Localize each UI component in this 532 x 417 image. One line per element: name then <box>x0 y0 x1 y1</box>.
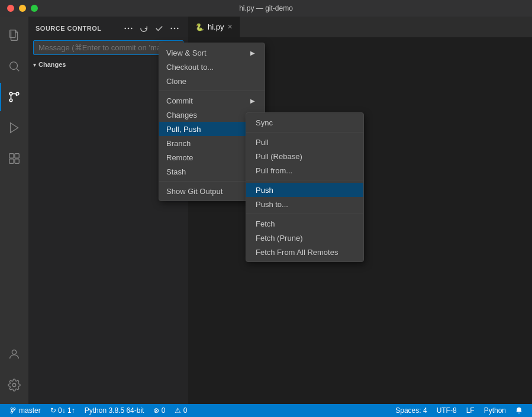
svg-point-17 <box>170 28 172 30</box>
status-encoding[interactable]: UTF-8 <box>432 404 462 417</box>
svg-point-1 <box>10 62 18 70</box>
submenu-label-pull-rebase: Pull (Rebase) <box>256 152 302 161</box>
status-warnings-text: ⚠ 0 <box>175 406 187 415</box>
svg-point-3 <box>9 92 12 95</box>
activity-settings[interactable] <box>0 371 28 399</box>
menu-label-remote: Remote <box>166 153 194 162</box>
submenu-item-push[interactable]: Push <box>246 183 363 197</box>
scm-overflow-button[interactable] <box>168 22 181 35</box>
scm-title: Source Control <box>36 25 118 32</box>
svg-rect-11 <box>15 159 19 163</box>
menu-item-clone[interactable]: Clone <box>159 74 265 88</box>
status-warnings[interactable]: ⚠ 0 <box>170 404 192 417</box>
submenu-item-sync[interactable]: Sync <box>246 115 363 130</box>
bell-icon <box>515 407 523 414</box>
status-errors-text: ⊗ 0 <box>153 406 165 415</box>
menu-item-checkout[interactable]: Checkout to... <box>159 60 265 74</box>
activity-extensions[interactable] <box>0 144 28 173</box>
menu-label-pull-push: Pull, Push <box>166 125 201 134</box>
menu-label-clone: Clone <box>166 77 186 86</box>
menu-item-commit[interactable]: Commit ▶ <box>159 93 265 108</box>
scm-commit-button[interactable] <box>153 22 166 35</box>
submenu-arrow-view-sort: ▶ <box>250 50 255 56</box>
menu-item-view-sort[interactable]: View & Sort ▶ <box>159 46 265 60</box>
status-line-ending[interactable]: LF <box>462 404 479 417</box>
minimize-button[interactable] <box>19 5 26 12</box>
svg-point-15 <box>128 28 130 30</box>
status-spaces[interactable]: Spaces: 4 <box>391 404 431 417</box>
close-button[interactable] <box>7 5 14 12</box>
menu-label-show-git-output: Show Git Output <box>166 187 223 196</box>
submenu-item-pull-from[interactable]: Pull from... <box>246 163 363 177</box>
svg-point-19 <box>177 28 179 30</box>
activity-bottom <box>0 340 28 404</box>
menu-label-changes: Changes <box>166 111 197 119</box>
status-sync[interactable]: ↻ 0↓ 1↑ <box>46 404 80 417</box>
svg-point-22 <box>14 408 15 410</box>
svg-point-20 <box>11 408 12 410</box>
submenu-item-fetch[interactable]: Fetch <box>246 216 363 231</box>
status-right: Spaces: 4 UTF-8 LF Python <box>391 404 527 417</box>
python-file-icon: 🐍 <box>195 23 204 31</box>
scm-menu-button[interactable] <box>122 22 135 35</box>
status-spaces-text: Spaces: 4 <box>395 406 427 415</box>
svg-point-12 <box>12 350 16 354</box>
svg-line-2 <box>17 69 19 71</box>
editor-tab-hipy[interactable]: 🐍 hi.py ✕ <box>188 17 240 37</box>
titlebar: hi.py — git-demo <box>0 0 532 17</box>
status-python-version[interactable]: Python 3.8.5 64-bit <box>80 404 149 417</box>
status-lang-text: Python <box>484 406 506 415</box>
menu-label-view-sort: View & Sort <box>166 49 207 57</box>
scm-refresh-button[interactable] <box>137 22 150 35</box>
submenu-item-pull-rebase[interactable]: Pull (Rebase) <box>246 149 363 163</box>
svg-point-13 <box>12 383 16 387</box>
submenu-label-push: Push <box>256 186 273 195</box>
maximize-button[interactable] <box>31 5 38 12</box>
submenu-item-push-to[interactable]: Push to... <box>246 197 363 211</box>
status-branch[interactable]: master <box>5 404 46 417</box>
status-branch-name: master <box>19 406 41 415</box>
menu-sep-1 <box>159 90 265 91</box>
submenu-sep-3 <box>246 214 363 214</box>
submenu-label-fetch-prune: Fetch (Prune) <box>256 234 302 243</box>
submenu-label-pull-from: Pull from... <box>256 166 292 175</box>
status-bell[interactable] <box>511 404 527 417</box>
submenu-item-pull[interactable]: Pull <box>246 135 363 149</box>
submenu-item-fetch-all[interactable]: Fetch From All Remotes <box>246 245 363 259</box>
menu-label-stash: Stash <box>166 167 186 176</box>
statusbar: master ↻ 0↓ 1↑ Python 3.8.5 64-bit ⊗ 0 ⚠… <box>0 404 532 417</box>
submenu-arrow-commit: ▶ <box>250 98 255 104</box>
svg-point-16 <box>131 28 133 30</box>
submenu-label-sync: Sync <box>256 118 273 127</box>
activity-bar <box>0 17 28 404</box>
changes-label: Changes <box>38 61 66 68</box>
submenu-label-push-to: Push to... <box>256 200 288 209</box>
activity-git[interactable] <box>0 83 28 111</box>
pull-push-submenu: Sync Pull Pull (Rebase) Pull from... Pus… <box>246 112 364 262</box>
activity-files[interactable] <box>0 21 28 50</box>
activity-run[interactable] <box>0 114 28 142</box>
scm-actions <box>122 22 181 35</box>
status-language[interactable]: Python <box>479 404 511 417</box>
window-controls <box>7 5 38 12</box>
svg-point-18 <box>174 28 176 30</box>
tab-filename: hi.py <box>208 22 224 31</box>
activity-account[interactable] <box>0 340 28 368</box>
status-python-text: Python 3.8.5 64-bit <box>85 406 144 415</box>
tab-close-icon[interactable]: ✕ <box>227 23 233 31</box>
submenu-sep-1 <box>246 132 363 132</box>
submenu-label-pull: Pull <box>256 138 269 147</box>
svg-point-14 <box>124 28 126 30</box>
submenu-label-fetch-all: Fetch From All Remotes <box>256 248 338 257</box>
changes-chevron: ▾ <box>33 62 36 68</box>
status-errors[interactable]: ⊗ 0 <box>149 404 170 417</box>
submenu-sep-2 <box>246 180 363 180</box>
submenu-label-fetch: Fetch <box>256 219 275 228</box>
menu-label-branch: Branch <box>166 139 191 148</box>
status-sync-text: ↻ 0↓ 1↑ <box>50 406 75 415</box>
activity-search[interactable] <box>0 52 28 80</box>
submenu-item-fetch-prune[interactable]: Fetch (Prune) <box>246 231 363 245</box>
svg-point-4 <box>9 99 12 102</box>
tab-bar: 🐍 hi.py ✕ <box>188 17 532 37</box>
svg-rect-8 <box>9 154 14 158</box>
